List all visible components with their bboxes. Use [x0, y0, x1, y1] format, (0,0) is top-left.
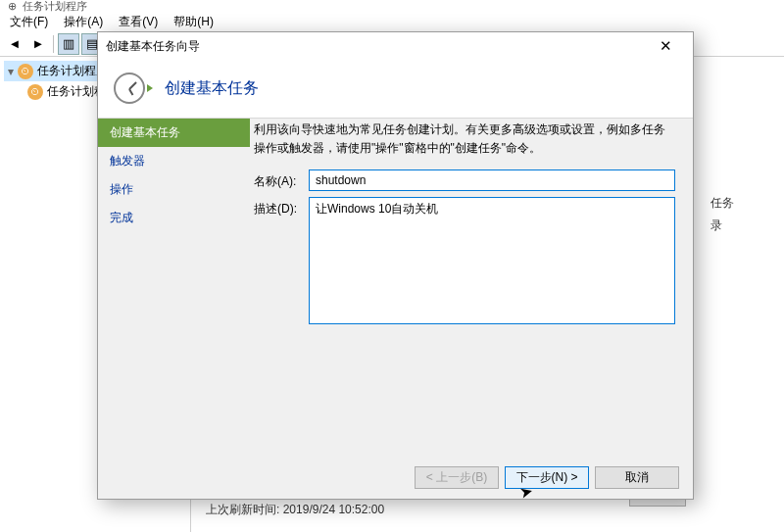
wizard-footer: < 上一步(B) 下一步(N) > 取消: [98, 456, 693, 499]
wizard-header-title: 创建基本任务: [165, 78, 259, 99]
description-textarea[interactable]: [309, 197, 675, 324]
clock-icon: ⏲: [18, 64, 33, 79]
clock-icon: ⏲: [27, 84, 43, 100]
back-button: < 上一步(B): [415, 466, 499, 489]
cancel-button[interactable]: 取消: [595, 466, 679, 489]
forward-icon[interactable]: ►: [27, 33, 49, 55]
back-icon[interactable]: ◄: [4, 33, 25, 55]
step-action[interactable]: 操作: [98, 175, 250, 204]
action-item[interactable]: 任务: [710, 192, 774, 215]
name-label: 名称(A):: [254, 169, 309, 190]
wizard-header-icon: [110, 69, 151, 110]
bg-titlebar: ⊕ 任务计划程序: [0, 0, 784, 12]
step-trigger[interactable]: 触发器: [98, 147, 250, 175]
last-refresh: 上次刷新时间: 2019/9/24 10:52:00: [206, 502, 384, 518]
expand-icon[interactable]: ▾: [8, 65, 14, 78]
wizard-titlebar[interactable]: 创建基本任务向导 ✕: [98, 32, 693, 60]
menu-help[interactable]: 帮助(H): [168, 12, 220, 32]
close-button[interactable]: ✕: [646, 33, 685, 59]
create-basic-task-wizard: 创建基本任务向导 ✕ 创建基本任务 创建基本任务 触发器 操作 完成 利用该向导…: [97, 31, 694, 500]
wizard-content: 利用该向导快速地为常见任务创建计划。有关更多高级选项或设置，例如多任务操作或触发…: [250, 119, 693, 456]
menubar: 文件(F) 操作(A) 查看(V) 帮助(H): [0, 12, 784, 31]
step-create-basic-task[interactable]: 创建基本任务: [98, 119, 250, 147]
menu-view[interactable]: 查看(V): [113, 12, 164, 32]
wizard-intro-text: 利用该向导快速地为常见任务创建计划。有关更多高级选项或设置，例如多任务操作或触发…: [254, 121, 675, 158]
name-input[interactable]: [309, 169, 675, 191]
action-item[interactable]: 录: [710, 215, 774, 237]
description-label: 描述(D):: [254, 197, 309, 218]
next-button[interactable]: 下一步(N) >: [505, 466, 589, 489]
wizard-title: 创建基本任务向导: [106, 38, 646, 55]
wizard-header: 创建基本任务: [98, 60, 693, 119]
actions-pane: 任务 录: [701, 57, 784, 245]
step-finish[interactable]: 完成: [98, 204, 250, 232]
pane-icon[interactable]: ▥: [58, 33, 79, 55]
close-icon: ✕: [660, 37, 672, 55]
wizard-steps: 创建基本任务 触发器 操作 完成: [98, 119, 250, 456]
menu-action[interactable]: 操作(A): [58, 12, 109, 32]
menu-file[interactable]: 文件(F): [4, 12, 54, 32]
